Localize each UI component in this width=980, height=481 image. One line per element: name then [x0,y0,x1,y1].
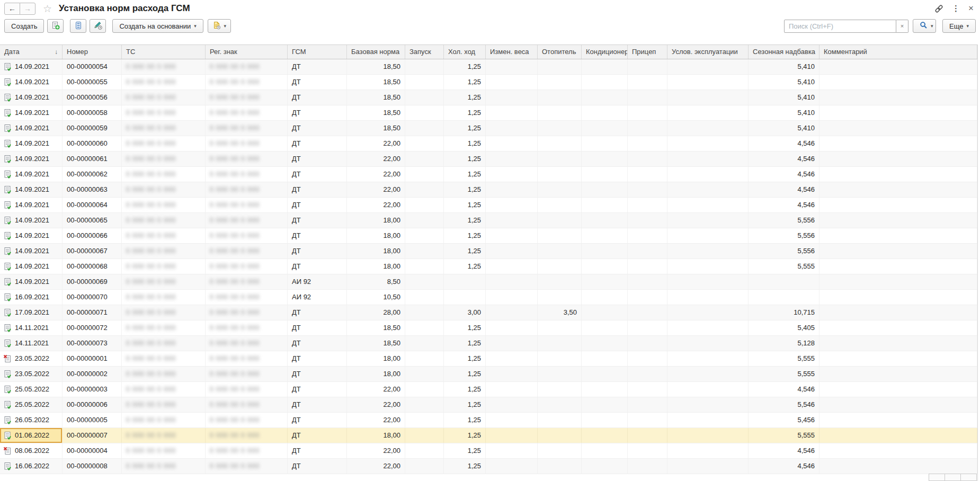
column-header-fuel[interactable]: ГСМ [288,45,347,59]
masked-reg-value: 0 000 00 0 000 [210,263,260,270]
cell-conditions [667,320,749,335]
column-header-idle[interactable]: Хол. ход [444,45,486,59]
create-button[interactable]: Создать [4,19,44,33]
table-row[interactable]: 01.06.202200-000000070 000 00 0 0000 000… [0,428,977,443]
favorite-star-icon[interactable]: ☆ [43,4,52,14]
search-button[interactable]: ▾ [913,19,936,33]
column-label: Комментарий [824,48,867,56]
cell-seasonal: 4,546 [749,459,819,474]
close-icon[interactable]: × [968,3,974,14]
cell-date: 08.06.2022 [0,443,63,458]
table-row[interactable]: 14.09.202100-000000670 000 00 0 0000 000… [0,244,977,259]
scrollbar-button[interactable] [960,474,977,481]
table-row[interactable]: 23.05.202200-000000010 000 00 0 0000 000… [0,351,977,367]
table-row[interactable]: 23.05.202200-000000020 000 00 0 0000 000… [0,367,977,382]
cell-base: 22,00 [347,167,405,182]
cell-fuel: АИ 92 [288,290,347,305]
table-row[interactable]: 14.09.202100-000000650 000 00 0 0000 000… [0,213,977,228]
table-header-row: Дата↓НомерТСРег. знакГСМБазовая нормаЗап… [0,44,977,59]
column-header-reg[interactable]: Рег. знак [206,45,288,59]
cell-base: 18,00 [347,244,405,259]
table-row[interactable]: 25.05.202200-000000030 000 00 0 0000 000… [0,382,977,397]
table-row[interactable]: 16.06.202200-000000080 000 00 0 0000 000… [0,459,977,474]
table-row[interactable]: 08.06.202200-000000040 000 00 0 0000 000… [0,443,977,459]
date-text: 23.05.2022 [15,367,49,381]
journal-list-button[interactable] [70,19,86,33]
cell-conditions [667,274,749,289]
table-row[interactable]: 14.09.202100-000000600 000 00 0 0000 000… [0,136,977,152]
column-header-comment[interactable]: Комментарий [819,45,977,59]
masked-ts-value: 0 000 00 0 000 [126,447,176,455]
horizontal-scrollbar[interactable] [929,474,977,481]
search-input[interactable] [784,20,896,33]
nav-forward-button[interactable]: → [20,3,35,15]
table-row[interactable]: 14.09.202100-000000540 000 00 0 0000 000… [0,59,977,75]
date-text: 14.09.2021 [15,182,49,197]
table-row[interactable]: 14.09.202100-000000590 000 00 0 0000 000… [0,121,977,136]
column-header-heater[interactable]: Отопитель [538,45,582,59]
table-row[interactable]: 14.09.202100-000000620 000 00 0 0000 000… [0,167,977,182]
table-row[interactable]: 14.09.202100-000000690 000 00 0 0000 000… [0,274,977,290]
table-row[interactable]: 14.11.202100-000000730 000 00 0 0000 000… [0,336,977,351]
cell-idle: 1,25 [444,152,486,166]
document-clock-icon [212,21,221,31]
cell-fuel: ДТ [288,336,347,351]
masked-ts-value: 0 000 00 0 000 [126,370,176,378]
table-row[interactable]: 14.09.202100-000000550 000 00 0 0000 000… [0,75,977,90]
cell-conditions [667,121,749,136]
column-header-start[interactable]: Запуск [405,45,444,59]
column-header-seasonal[interactable]: Сезонная надбавка [749,45,819,59]
column-header-date[interactable]: Дата↓ [0,45,63,59]
column-header-weight[interactable]: Измен. веса [486,45,538,59]
column-header-ts[interactable]: ТС [122,45,206,59]
table-row[interactable]: 14.09.202100-000000560 000 00 0 0000 000… [0,90,977,105]
cell-number: 00-00000003 [63,382,122,397]
column-label: Услов. эксплуатации [672,48,738,56]
create-based-on-button[interactable]: Создать на основании ▾ [112,19,203,33]
report-dropdown-button[interactable]: ▾ [208,19,231,33]
column-header-base[interactable]: Базовая норма [347,45,405,59]
table-row[interactable]: 14.09.202100-000000640 000 00 0 0000 000… [0,198,977,213]
column-header-ac[interactable]: Кондиционер [582,45,628,59]
cell-comment [819,382,977,397]
cell-comment [819,90,977,105]
cell-ts: 0 000 00 0 000 [122,59,206,74]
table-row[interactable]: 16.09.202100-000000700 000 00 0 0000 000… [0,290,977,305]
table-row[interactable]: 14.11.202100-000000720 000 00 0 0000 000… [0,320,977,336]
cell-start [405,351,444,366]
doc-posted-icon [3,124,12,132]
more-menu-icon[interactable]: ⋮ [952,4,960,13]
column-header-conditions[interactable]: Услов. эксплуатации [667,45,749,59]
masked-ts-value: 0 000 00 0 000 [126,309,176,316]
post-document-button[interactable] [90,19,106,33]
cell-comment [819,367,977,381]
table-row[interactable]: 26.05.202200-000000050 000 00 0 0000 000… [0,413,977,428]
cell-idle: 1,25 [444,413,486,427]
cell-comment [819,182,977,197]
link-icon[interactable] [934,4,943,13]
nav-back-button[interactable]: ← [4,3,20,15]
search-clear-button[interactable]: × [896,20,908,33]
table-row[interactable]: 25.05.202200-000000060 000 00 0 0000 000… [0,397,977,413]
cell-reg: 0 000 00 0 000 [206,274,288,289]
more-actions-button[interactable]: Еще ▾ [942,19,976,33]
cell-fuel: ДТ [288,121,347,136]
table-row[interactable]: 14.09.202100-000000630 000 00 0 0000 000… [0,182,977,198]
date-text: 01.06.2022 [15,428,49,443]
scrollbar-button[interactable] [945,474,961,481]
cell-weight [486,351,538,366]
table-row[interactable]: 14.09.202100-000000680 000 00 0 0000 000… [0,259,977,274]
cell-conditions [667,182,749,197]
doc-posted-icon [3,201,12,209]
column-header-trailer[interactable]: Прицеп [628,45,667,59]
cell-heater [538,428,582,443]
table-row[interactable]: 17.09.202100-000000710 000 00 0 0000 000… [0,305,977,320]
table-row[interactable]: 14.09.202100-000000610 000 00 0 0000 000… [0,152,977,167]
cell-conditions [667,59,749,74]
column-header-number[interactable]: Номер [63,45,122,59]
copy-document-button[interactable] [47,19,64,33]
scrollbar-button[interactable] [929,474,945,481]
cell-trailer [628,59,667,74]
table-row[interactable]: 14.09.202100-000000660 000 00 0 0000 000… [0,228,977,244]
table-row[interactable]: 14.09.202100-000000580 000 00 0 0000 000… [0,105,977,121]
